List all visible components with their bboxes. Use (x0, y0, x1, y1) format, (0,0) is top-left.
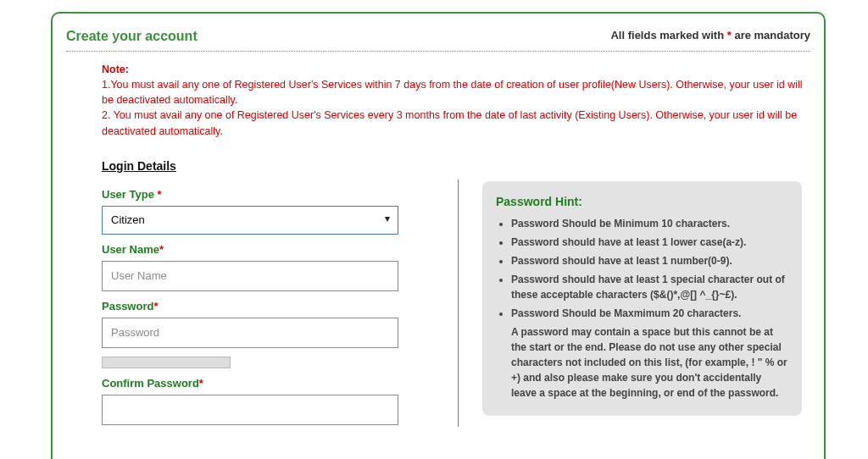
note-line-1: 1.You must avail any one of Registered U… (102, 79, 803, 106)
account-form-panel: Create your account All fields marked wi… (51, 12, 826, 459)
password-hint-box: Password Hint: Password Should be Minimu… (482, 181, 802, 416)
user-name-label: User Name* (102, 243, 432, 256)
note-heading: Note: (102, 64, 129, 75)
password-hint-list: Password Should be Minimum 10 characters… (496, 216, 788, 321)
password-input[interactable] (102, 318, 398, 348)
user-type-label: User Type * (102, 188, 432, 201)
password-hint-title: Password Hint: (496, 193, 788, 211)
hint-item: Password should have at least 1 number(0… (511, 253, 788, 268)
login-fields-column: User Type * Citizen User Name* Password*… (102, 180, 458, 427)
password-strength-bar (102, 357, 231, 368)
divider (66, 51, 810, 52)
password-hint-extra: A password may contain a space but this … (496, 324, 788, 401)
hint-item: Password should have at least 1 lower ca… (511, 235, 788, 250)
user-type-select[interactable]: Citizen (102, 206, 398, 235)
password-hint-column: Password Hint: Password Should be Minimu… (459, 180, 802, 427)
hint-item: Password should have at least 1 special … (511, 272, 788, 302)
hint-item: Password Should be Maxmimum 20 character… (511, 306, 788, 321)
note-line-2: 2. You must avail any one of Registered … (102, 109, 797, 136)
login-details-heading: Login Details (102, 159, 814, 173)
page-title: Create your account (66, 29, 198, 44)
confirm-password-label: Confirm Password* (102, 377, 432, 390)
note-block: Note: 1.You must avail any one of Regist… (63, 62, 814, 139)
hint-item: Password Should be Minimum 10 characters… (511, 216, 788, 231)
confirm-password-input[interactable] (102, 395, 398, 425)
password-label: Password* (102, 300, 432, 312)
mandatory-note: All fields marked with * are mandatory (610, 29, 810, 41)
user-name-input[interactable] (102, 261, 398, 291)
